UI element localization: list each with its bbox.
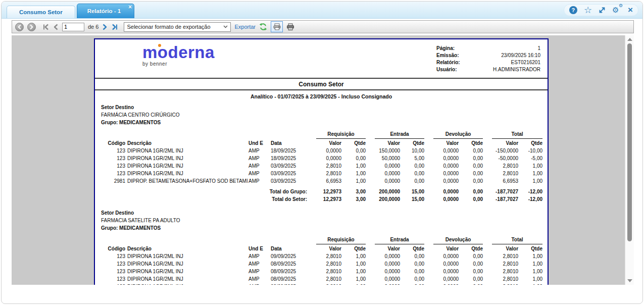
scroll-up-arrow[interactable] [627, 38, 632, 41]
logo-orange-dot-icon [158, 44, 161, 47]
cell-value: 0,00 [401, 177, 425, 185]
export-format-select[interactable]: Selecionar formato de exportação [124, 22, 231, 32]
print-preview-icon[interactable] [271, 21, 283, 32]
cell-value: 2,8010 [308, 283, 342, 285]
cell-und: AMP [247, 275, 270, 283]
scroll-down-arrow[interactable] [627, 279, 632, 282]
cell-codigo: 123 [101, 147, 126, 155]
grupo-label: Grupo: MEDICAMENTOS [101, 119, 541, 126]
vertical-scrollbar[interactable] [625, 35, 634, 285]
last-page-button[interactable] [111, 24, 118, 30]
export-link[interactable]: Exportar [234, 24, 256, 30]
tab-relatorio-1[interactable]: Relatório - 1 × [77, 4, 134, 18]
total-value: 3,00 [342, 195, 367, 203]
cell-value: 1,00 [342, 170, 367, 177]
tab-bar: Consumo Setor Relatório - 1 × ? ☆ ⚙ ⚙ × [2, 2, 642, 19]
report-page: moderna by benner Página:1Emissão:23/09/… [94, 38, 549, 285]
star-icon[interactable]: ☆ [584, 6, 592, 14]
cell-value: 0,00 [460, 283, 484, 285]
cell-value: -5,00 [519, 155, 543, 162]
cell-data: 18/09/2025 [270, 147, 308, 155]
next-page-button[interactable] [102, 24, 108, 30]
col-header-qtde: Qtde [342, 245, 367, 252]
cell-value: 2,8010 [484, 252, 519, 260]
settings-gears-icon[interactable]: ⚙ ⚙ [612, 6, 621, 15]
chevron-down-icon [223, 25, 228, 28]
col-header-valor: Valor [425, 245, 460, 252]
cell-value: 6,6953 [308, 177, 342, 185]
cell-value: 0,00 [401, 162, 425, 170]
cell-und: AMP [247, 170, 270, 177]
col-header-valor: Valor [367, 139, 401, 147]
print-icon[interactable] [286, 23, 294, 31]
group-header-row: RequisiçãoEntradaDevoluçãoTotal [101, 130, 543, 139]
logo-byline: by benner [142, 61, 215, 67]
col-header-qtde: Qtde [460, 245, 484, 252]
cell-codigo: 123 [101, 162, 126, 170]
help-icon[interactable]: ? [569, 6, 577, 14]
col-header-valor: Valor [308, 139, 342, 147]
close-icon[interactable]: × [628, 6, 633, 14]
first-page-button[interactable] [42, 24, 49, 30]
tab-close-icon[interactable]: × [128, 5, 132, 10]
cell-value: 2,8010 [308, 275, 342, 283]
column-group-header: Total [484, 130, 543, 139]
column-group-header: Requisição [308, 236, 367, 245]
cell-value: 0,0000 [425, 283, 460, 285]
column-header-row: CódigoDescriçãoUnd EDataValorQtdeValorQt… [101, 139, 543, 147]
table-row: 123DIPIRONA 1GR/2ML INJAMP08/09/20252,80… [101, 268, 543, 275]
cell-value: 50,0000 [367, 155, 401, 162]
cell-value: 0,0000 [367, 268, 401, 275]
cell-und: AMP [247, 283, 270, 285]
group-header-row: RequisiçãoEntradaDevoluçãoTotal [101, 236, 543, 245]
grupo-label: Grupo: MEDICAMENTOS [101, 224, 541, 232]
previous-page-button[interactable] [53, 24, 59, 30]
cell-value: 1,00 [519, 252, 543, 260]
history-back-button[interactable] [15, 23, 24, 31]
cell-codigo: 123 [101, 260, 126, 268]
tab-label: Consumo Setor [19, 9, 63, 15]
cell-value: 0,0000 [425, 252, 460, 260]
cell-value: 1,00 [519, 162, 543, 170]
cell-data: 09/09/2025 [270, 252, 308, 260]
table-row: 123DIPIRONA 1GR/2ML INJAMP18/09/20250,00… [101, 155, 543, 162]
cell-descricao: DIPIRONA 1GR/2ML INJ [126, 252, 247, 260]
cell-descricao: DIPROP. BETAMETASONA+FOSFATO SOD BETAMET… [126, 177, 247, 185]
cell-value: 0,00 [460, 170, 484, 177]
cell-value: 0,00 [460, 162, 484, 170]
column-group-label: Requisição [316, 131, 366, 139]
column-group-header: Entrada [367, 130, 425, 139]
column-group-header: Entrada [367, 236, 425, 245]
cell-value: 2,8010 [308, 162, 342, 170]
column-group-label: Total [492, 131, 542, 139]
cell-data: 18/09/2025 [270, 155, 308, 162]
moderna-logo: moderna by benner [142, 44, 215, 67]
cell-value: 0,00 [342, 155, 367, 162]
history-forward-button[interactable] [27, 23, 36, 31]
cell-codigo: 123 [101, 252, 126, 260]
cell-value: 0,00 [460, 252, 484, 260]
meta-label: Emissão: [436, 53, 470, 58]
cell-value: 1,00 [342, 177, 367, 185]
cell-value: -50,0000 [484, 155, 519, 162]
cell-value: 0,00 [401, 275, 425, 283]
expand-icon[interactable] [599, 7, 606, 14]
table-row: 123DIPIRONA 1GR/2ML INJAMP09/09/20252,80… [101, 252, 543, 260]
cell-value: 0,00 [401, 260, 425, 268]
cell-value: 0,0000 [367, 260, 401, 268]
table-row: 123DIPIRONA 1GR/2ML INJAMP03/09/20252,80… [101, 162, 543, 170]
refresh-icon[interactable] [259, 23, 267, 31]
cell-value: 0,00 [460, 260, 484, 268]
col-header-qtde: Qtde [519, 245, 543, 252]
tab-consumo-setor[interactable]: Consumo Setor [7, 6, 75, 18]
cell-value: 2,8010 [308, 170, 342, 177]
scrollbar-thumb[interactable] [627, 43, 632, 241]
report-body: Setor DestinoFARMÁCIA CENTRO CIRÚRGICOGr… [95, 104, 548, 285]
cell-und: AMP [247, 147, 270, 155]
cell-value: 0,00 [401, 283, 425, 285]
cell-und: AMP [247, 177, 270, 185]
cell-und: AMP [247, 260, 270, 268]
table-row: 123DIPIRONA 1GR/2ML INJAMP08/09/20252,80… [101, 283, 543, 285]
page-number-input[interactable] [62, 23, 84, 31]
meta-label: Página: [436, 45, 470, 51]
